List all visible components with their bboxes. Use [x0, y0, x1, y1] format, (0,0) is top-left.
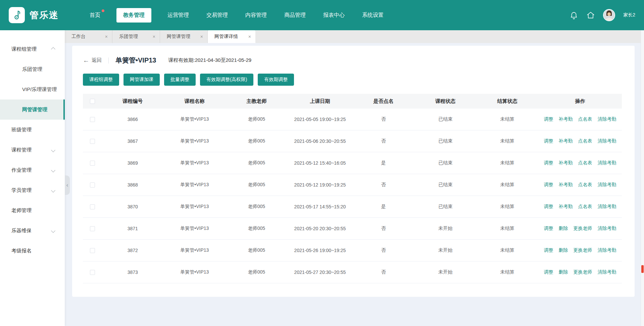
tab[interactable]: 网管课详情× — [208, 30, 255, 43]
sidebar-item[interactable]: 老师管理 — [0, 200, 65, 220]
back-arrow-icon: ← — [83, 57, 89, 64]
sidebar-item[interactable]: 课程管理 — [0, 140, 65, 160]
sidebar-menu: 课程组管理乐团管理VIP/乐理课管理网管课管理班级管理课程管理作业管理学员管理老… — [0, 39, 65, 261]
course-id: 3866 — [102, 117, 164, 122]
row-checkbox[interactable] — [90, 226, 95, 231]
settlement-status: 未结算 — [476, 160, 538, 166]
row-action-link[interactable]: 清除考勤 — [597, 116, 616, 122]
row-actions: 调整删除更换老师清除考勤 — [538, 247, 622, 253]
row-action-link[interactable]: 更换老师 — [573, 247, 592, 253]
nav-item[interactable]: 教务管理 — [116, 8, 151, 23]
sidebar-item[interactable]: 乐团管理 — [0, 59, 65, 79]
nav-item[interactable]: 首页 — [88, 8, 102, 23]
close-icon[interactable]: × — [200, 34, 203, 39]
select-all-checkbox[interactable] — [90, 99, 95, 104]
row-action-link[interactable]: 更换老师 — [573, 226, 592, 231]
row-action-link[interactable]: 调整 — [544, 116, 553, 122]
nav-item[interactable]: 系统设置 — [361, 8, 385, 23]
row-checkbox[interactable] — [90, 161, 95, 166]
row-checkbox[interactable] — [90, 270, 95, 275]
row-checkbox[interactable] — [90, 248, 95, 253]
class-date: 2021-05-12 15:40~16:05 — [288, 160, 353, 166]
sidebar-item[interactable]: VIP/乐理课管理 — [0, 79, 65, 99]
course-id: 3870 — [102, 204, 164, 209]
row-action-link[interactable]: 删除 — [558, 226, 568, 231]
row-action-link[interactable]: 更换老师 — [573, 269, 592, 275]
row-action-link[interactable]: 补考勤 — [558, 204, 573, 209]
class-date: 2021-05-06 20:30~20:55 — [288, 138, 353, 144]
sidebar-item[interactable]: 网管课管理 — [0, 99, 65, 120]
row-checkbox-cell — [83, 226, 102, 231]
column-header: 课程名称 — [164, 98, 226, 105]
action-button[interactable]: 有效期调整(高权限) — [200, 74, 253, 86]
row-action-link[interactable]: 点名表 — [578, 182, 592, 187]
row-action-link[interactable]: 清除考勤 — [597, 247, 616, 253]
class-date: 2021-05-26 19:00~19:25 — [288, 248, 353, 253]
row-action-link[interactable]: 调整 — [544, 182, 553, 187]
row-action-link[interactable]: 调整 — [544, 269, 553, 275]
row-action-link[interactable]: 调整 — [544, 247, 553, 253]
row-action-link[interactable]: 点名表 — [578, 204, 592, 209]
nav-item[interactable]: 报表中心 — [322, 8, 346, 23]
row-action-link[interactable]: 点名表 — [578, 116, 592, 122]
user-avatar[interactable] — [603, 9, 615, 21]
row-checkbox[interactable] — [90, 117, 95, 122]
row-action-link[interactable]: 删除 — [558, 247, 568, 253]
action-button[interactable]: 批量调整 — [164, 74, 196, 86]
row-action-link[interactable]: 清除考勤 — [597, 226, 616, 231]
close-icon[interactable]: × — [153, 34, 155, 39]
row-action-link[interactable]: 清除考勤 — [597, 182, 616, 187]
row-action-link[interactable]: 补考勤 — [558, 138, 573, 144]
row-action-link[interactable]: 点名表 — [578, 138, 592, 144]
sidebar-item[interactable]: 考级报名 — [0, 241, 65, 261]
teacher-name: 老师005 — [226, 138, 288, 144]
sidebar-item[interactable]: 作业管理 — [0, 160, 65, 180]
teacher-name: 老师005 — [226, 269, 288, 275]
row-action-link[interactable]: 补考勤 — [558, 182, 573, 187]
sidebar: 课程组管理乐团管理VIP/乐理课管理网管课管理班级管理课程管理作业管理学员管理老… — [0, 30, 65, 326]
home-icon[interactable] — [586, 11, 595, 19]
scrollbar-thumb[interactable] — [641, 265, 644, 273]
sidebar-item[interactable]: 课程组管理 — [0, 39, 65, 59]
row-checkbox[interactable] — [90, 204, 95, 209]
bell-icon[interactable] — [569, 11, 578, 19]
tab[interactable]: 网管课管理× — [160, 30, 208, 43]
row-action-link[interactable]: 补考勤 — [558, 116, 573, 122]
nav-item[interactable]: 交易管理 — [205, 8, 229, 23]
row-action-link[interactable]: 清除考勤 — [597, 160, 616, 165]
row-action-link[interactable]: 删除 — [558, 269, 568, 275]
course-id: 3867 — [102, 138, 164, 144]
vertical-scrollbar[interactable] — [641, 30, 644, 326]
sidebar-item[interactable]: 学员管理 — [0, 180, 65, 200]
row-action-link[interactable]: 补考勤 — [558, 160, 573, 165]
action-button[interactable]: 课程组调整 — [83, 74, 119, 86]
sidebar-collapse-handle[interactable]: ‹ — [65, 175, 70, 195]
row-action-link[interactable]: 清除考勤 — [597, 204, 616, 209]
nav-item[interactable]: 内容管理 — [244, 8, 268, 23]
row-action-link[interactable]: 清除考勤 — [597, 269, 616, 275]
close-icon[interactable]: × — [248, 34, 251, 39]
close-icon[interactable]: × — [105, 34, 108, 39]
class-date: 2021-05-12 19:00~19:25 — [288, 182, 353, 188]
nav-item[interactable]: 运营管理 — [166, 8, 190, 23]
tab[interactable]: 乐团管理× — [112, 30, 160, 43]
row-action-link[interactable]: 清除考勤 — [597, 138, 616, 144]
sidebar-item[interactable]: 乐器维保 — [0, 220, 65, 241]
nav-item[interactable]: 商品管理 — [283, 8, 307, 23]
back-button[interactable]: ← 返回 — [83, 57, 102, 64]
settlement-status: 未结算 — [476, 226, 538, 232]
sidebar-item[interactable]: 班级管理 — [0, 120, 65, 140]
class-date: 2021-05-05 19:00~19:25 — [288, 117, 353, 122]
action-button[interactable]: 网管课加课 — [123, 74, 160, 86]
row-checkbox[interactable] — [90, 182, 95, 188]
tab[interactable]: 工作台× — [65, 30, 112, 43]
row-action-link[interactable]: 点名表 — [578, 160, 592, 165]
action-button[interactable]: 有效期调整 — [258, 74, 294, 86]
row-actions: 调整补考勤点名表清除考勤 — [538, 138, 622, 144]
row-action-link[interactable]: 调整 — [544, 160, 553, 165]
row-checkbox[interactable] — [90, 139, 95, 144]
row-action-link[interactable]: 调整 — [544, 226, 553, 231]
row-action-link[interactable]: 调整 — [544, 204, 553, 209]
sidebar-item-label: VIP/乐理课管理 — [22, 86, 57, 93]
row-action-link[interactable]: 调整 — [544, 138, 553, 144]
